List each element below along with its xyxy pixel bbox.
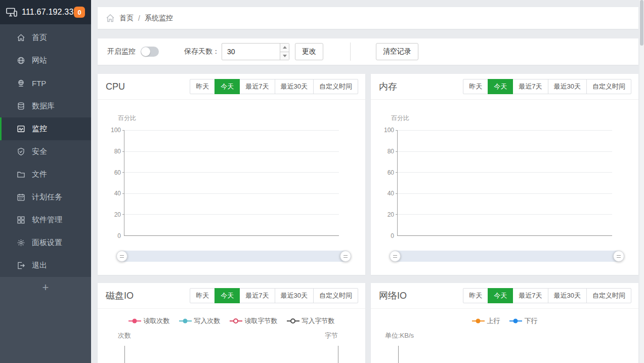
sidebar-item-logout[interactable]: 退出 [0, 254, 91, 277]
time-range-button[interactable]: 昨天 [463, 288, 488, 303]
server-header[interactable]: 111.67.192.33 0 [0, 0, 91, 24]
time-range-button[interactable]: 今天 [214, 288, 240, 303]
time-range-button[interactable]: 今天 [214, 79, 240, 94]
slider-handle-left[interactable] [116, 251, 127, 262]
save-days-label: 保存天数： [184, 47, 220, 56]
time-range-button[interactable]: 昨天 [190, 288, 215, 303]
breadcrumb-home-link[interactable]: 首页 [119, 14, 134, 23]
network-io-left-axis-line [398, 346, 399, 363]
time-range-button[interactable]: 自定义时间 [313, 288, 358, 303]
network-io-card-header: 网络IO 昨天今天最近7天最近30天自定义时间 [371, 283, 638, 309]
sidebar-item-settings[interactable]: 面板设置 [0, 231, 91, 254]
cpu-zoom-slider[interactable] [121, 251, 346, 262]
disk-io-time-range-group: 昨天今天最近7天最近30天自定义时间 [190, 288, 358, 303]
sidebar-item-files[interactable]: 文件 [0, 163, 91, 186]
logout-icon [17, 261, 25, 270]
sidebar-item-monitor[interactable]: 监控 [0, 117, 91, 140]
scrollbar-thumb[interactable] [640, 0, 643, 46]
legend-marker-icon [230, 318, 242, 324]
cpu-y-ticks: 100806040200 [104, 130, 121, 236]
breadcrumb-separator: / [138, 14, 140, 22]
time-range-button[interactable]: 最近30天 [275, 288, 314, 303]
sidebar-item-label: 网站 [32, 56, 47, 65]
time-range-button[interactable]: 今天 [488, 79, 513, 94]
home-icon [106, 14, 115, 23]
monitor-toggle[interactable] [141, 47, 159, 57]
slider-handle-right[interactable] [613, 251, 624, 262]
server-monitor-icon [6, 8, 17, 17]
sidebar-item-website[interactable]: 网站 [0, 49, 91, 72]
sidebar-item-label: 面板设置 [32, 238, 62, 248]
slider-handle-right[interactable] [340, 251, 351, 262]
memory-y-axis-title: 百分比 [391, 114, 409, 123]
memory-y-ticks: 100806040200 [377, 130, 394, 236]
time-range-button[interactable]: 最近7天 [512, 288, 548, 303]
spinner-up-button[interactable] [280, 44, 289, 52]
time-range-button[interactable]: 昨天 [463, 79, 488, 94]
time-range-button[interactable]: 自定义时间 [313, 79, 358, 94]
time-range-button[interactable]: 最近7天 [239, 288, 275, 303]
legend-item[interactable]: 读取次数 [128, 316, 170, 326]
memory-card: 内存 昨天今天最近7天最近30天自定义时间 百分比 100806040200 [371, 74, 638, 275]
sidebar-item-label: 首页 [32, 33, 47, 43]
time-range-button[interactable]: 最近7天 [512, 79, 548, 94]
message-badge[interactable]: 0 [74, 7, 85, 18]
gridline [398, 172, 612, 173]
add-menu-button[interactable]: + [42, 282, 49, 363]
disk-io-left-axis-title: 次数 [118, 331, 131, 340]
time-range-button[interactable]: 最近30天 [275, 79, 314, 94]
spinner-down-button[interactable] [280, 52, 289, 60]
gridline [124, 214, 339, 215]
sidebar-item-label: 监控 [32, 124, 47, 134]
save-days-field-wrap [222, 43, 289, 60]
sidebar-item-database[interactable]: 数据库 [0, 95, 91, 117]
legend-item[interactable]: 上行 [472, 316, 500, 326]
time-range-button[interactable]: 最近7天 [239, 79, 275, 94]
time-range-button[interactable]: 今天 [488, 288, 513, 303]
legend-label: 上行 [487, 316, 500, 326]
legend-item[interactable]: 读取字节数 [230, 316, 278, 326]
breadcrumb-current: 系统监控 [145, 14, 173, 23]
sidebar-item-ftp[interactable]: FTP [0, 72, 91, 95]
sidebar-item-cron[interactable]: 计划任务 [0, 186, 91, 209]
clear-records-button[interactable]: 清空记录 [376, 43, 418, 60]
legend-label: 写入字节数 [302, 316, 335, 326]
sidebar-item-security[interactable]: 安全 [0, 140, 91, 163]
save-days-input[interactable] [222, 43, 289, 60]
sidebar-item-home[interactable]: 首页 [0, 26, 91, 49]
sidebar-item-label: FTP [32, 79, 46, 88]
legend-label: 下行 [525, 316, 538, 326]
page-scrollbar[interactable] [639, 0, 644, 363]
apply-button[interactable]: 更改 [295, 43, 323, 60]
shield-icon [17, 147, 25, 156]
sidebar-item-label: 文件 [32, 170, 47, 179]
axis-tick [396, 151, 398, 152]
globe-icon [17, 56, 25, 65]
sidebar-footer: + [0, 277, 91, 363]
time-range-button[interactable]: 昨天 [190, 79, 215, 94]
apps-icon [17, 216, 25, 224]
network-io-card: 网络IO 昨天今天最近7天最近30天自定义时间 上行下行 单位:KB/s [371, 283, 638, 363]
grip-icon [393, 255, 397, 258]
legend-item[interactable]: 写入字节数 [287, 316, 335, 326]
axis-tick [122, 151, 124, 152]
sidebar-item-software[interactable]: 软件管理 [0, 209, 91, 231]
legend-marker-icon [287, 318, 299, 324]
slider-handle-left[interactable] [390, 251, 401, 262]
legend-item[interactable]: 写入次数 [179, 316, 221, 326]
gridline [398, 151, 612, 152]
gridline [124, 151, 339, 152]
time-range-button[interactable]: 最近30天 [548, 288, 587, 303]
time-range-button[interactable]: 自定义时间 [586, 79, 631, 94]
sidebar: 111.67.192.33 0 首页网站FTP数据库监控安全文件计划任务软件管理… [0, 0, 91, 363]
memory-card-header: 内存 昨天今天最近7天最近30天自定义时间 [371, 74, 638, 100]
axis-tick [396, 193, 398, 194]
legend-item[interactable]: 下行 [509, 316, 538, 326]
legend-label: 读取字节数 [245, 316, 278, 326]
disk-io-card-title: 磁盘IO [106, 290, 134, 302]
monitor-icon [17, 125, 25, 133]
memory-zoom-slider[interactable] [395, 251, 619, 262]
disk-io-card: 磁盘IO 昨天今天最近7天最近30天自定义时间 读取次数写入次数读取字节数写入字… [98, 283, 365, 363]
time-range-button[interactable]: 最近30天 [548, 79, 587, 94]
time-range-button[interactable]: 自定义时间 [586, 288, 631, 303]
